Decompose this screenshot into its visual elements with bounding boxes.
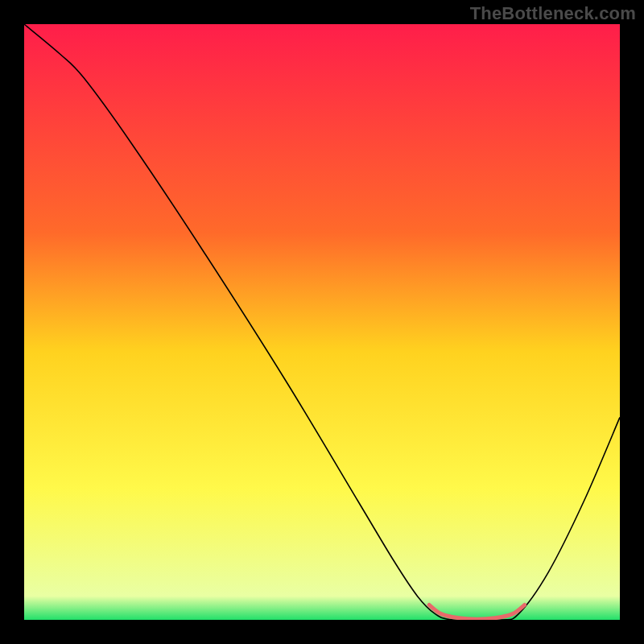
chart-frame: TheBottleneck.com bbox=[0, 0, 644, 644]
watermark-label: TheBottleneck.com bbox=[470, 3, 636, 24]
chart-svg bbox=[24, 24, 620, 620]
plot-area bbox=[24, 24, 620, 620]
gradient-background bbox=[24, 24, 620, 620]
